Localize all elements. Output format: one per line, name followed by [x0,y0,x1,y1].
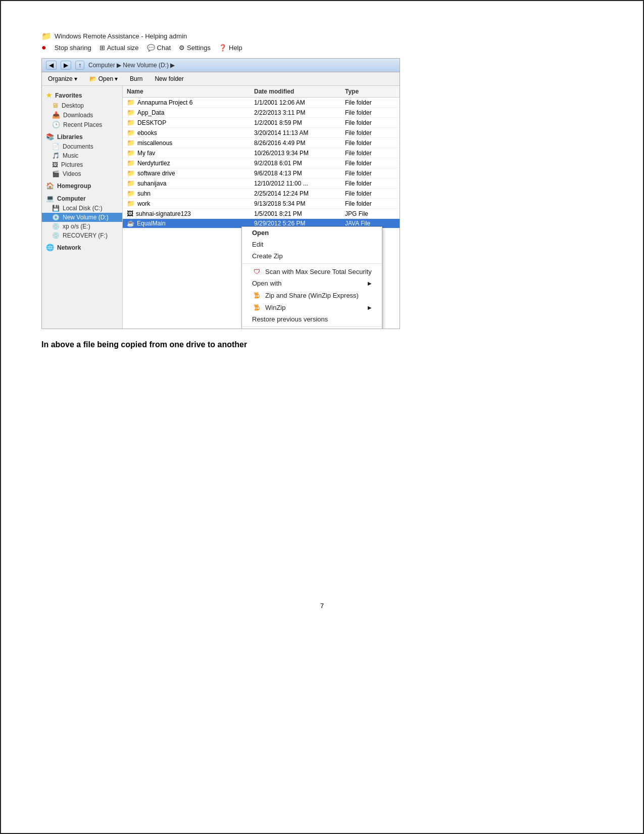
pictures-icon: 🖼 [52,161,58,168]
table-row[interactable]: 📁DESKTOP 1/2/2001 8:59 PM File folder [123,118,400,128]
sidebar-item-pictures[interactable]: 🖼 Pictures [42,160,122,169]
java-file-icon: ☕ [127,220,134,227]
homegroup-icon: 🏠 [46,182,54,190]
recent-places-icon: 🕒 [52,121,60,128]
help-button[interactable]: ❓ Help [219,44,242,52]
context-menu-scan[interactable]: 🛡 Scan with Max Secure Total Security [242,265,382,277]
context-openwith-label: Open with [252,280,282,287]
documents-icon: 📄 [52,143,60,150]
chat-icon: 💬 [147,44,155,52]
sidebar-item-recent-places[interactable]: 🕒 Recent Places [42,120,122,129]
context-menu-separator-1 [242,263,382,264]
desktop-icon: 🖥 [52,102,59,109]
context-menu-open[interactable]: Open [242,227,382,239]
explorer-window: ◀ ▶ ↑ Computer ▶ New Volume (D:) ▶ Organ… [41,58,400,329]
table-row[interactable]: 📁suhn 2/25/2014 12:24 PM File folder [123,189,400,199]
table-row[interactable]: 📁ebooks 3/20/2014 11:13 AM File folder [123,128,400,138]
zip-share-icon: 🗜 [252,291,261,299]
sidebar-item-documents[interactable]: 📄 Documents [42,142,122,151]
up-button[interactable]: ↑ [75,61,84,70]
sidebar-item-desktop[interactable]: 🖥 Desktop [42,101,122,110]
wra-title-bar: 📁 Windows Remote Assistance - Helping ad… [41,31,603,41]
organize-button[interactable]: Organize ▾ [46,74,79,83]
computer-icon: 💻 [46,195,54,202]
sidebar-item-downloads[interactable]: 📥 Downloads [42,110,122,120]
context-menu-winzip[interactable]: 🗜 WinZip ▶ [242,301,382,313]
context-menu-separator-2 [242,327,382,327]
table-row[interactable]: 📁Annapurna Project 6 1/1/2001 12:06 AM F… [123,98,400,108]
context-restore-label: Restore previous versions [252,315,328,323]
forward-button[interactable]: ▶ [61,61,71,70]
caption-text: In above a file being copied from one dr… [41,340,603,349]
actual-size-icon: ⊞ [100,44,105,52]
context-menu-create-zip[interactable]: Create Zip [242,250,382,262]
sidebar-item-videos[interactable]: 🎬 Videos [42,169,122,178]
context-menu-restore[interactable]: Restore previous versions [242,313,382,325]
open-dropdown-icon: ▾ [115,75,118,82]
libraries-label: Libraries [57,133,83,141]
table-row[interactable]: 📁suhanijava 12/10/2012 11:00 ... File fo… [123,178,400,189]
sidebar-group-computer: 💻 Computer 💾 Local Disk (C:) 💿 New Volum… [42,193,122,240]
table-row[interactable]: 📁work 9/13/2018 5:34 PM File folder [123,199,400,209]
chat-button[interactable]: 💬 Chat [147,44,171,52]
folder-icon: 📁 [127,109,135,116]
command-bar: Organize ▾ 📂 Open ▾ Burn New folder [42,72,400,86]
sidebar-item-new-volume-d[interactable]: 💿 New Volume (D:) [42,213,122,222]
sidebar-recent-label: Recent Places [63,121,102,128]
address-path[interactable]: Computer ▶ New Volume (D:) ▶ [88,62,175,69]
table-row[interactable]: 📁Nerdyturtlez 9/2/2018 6:01 PM File fold… [123,158,400,168]
folder-icon: 📁 [127,159,135,167]
sidebar-homegroup-header[interactable]: 🏠 Homegroup [42,180,122,191]
context-menu-edit[interactable]: Edit [242,239,382,250]
table-row[interactable]: 📁miscallenous 8/26/2016 4:49 PM File fol… [123,138,400,148]
wra-folder-icon: 📁 [41,31,52,41]
settings-icon: ⚙ [179,44,185,52]
context-scan-label: Scan with Max Secure Total Security [265,268,372,275]
page-number: 7 [41,602,603,610]
context-create-zip-label: Create Zip [252,252,283,260]
sidebar-group-favorites: ★ Favorites 🖥 Desktop 📥 Downloads 🕒 Rece… [42,90,122,129]
winzip-icon: 🗜 [252,303,261,311]
back-button[interactable]: ◀ [46,61,57,70]
actual-size-button[interactable]: ⊞ Actual size [100,44,139,52]
sidebar-computer-header[interactable]: 💻 Computer [42,193,122,204]
context-open-label: Open [252,229,269,237]
col-header-date: Date modified [254,88,345,95]
homegroup-label: Homegroup [57,182,91,190]
music-icon: 🎵 [52,152,60,159]
open-with-arrow-icon: ▶ [368,281,372,286]
table-row[interactable]: 📁My fav 10/26/2013 9:34 PM File folder [123,148,400,158]
stop-sharing-button[interactable]: Stop sharing [55,44,91,52]
network-label: Network [57,244,81,251]
disk-d-icon: 💿 [52,214,60,221]
wra-title: Windows Remote Assistance - Helping admi… [55,32,187,40]
favorites-icon: ★ [46,91,52,99]
table-row[interactable]: 📁software drive 9/6/2018 4:13 PM File fo… [123,168,400,178]
sidebar-item-recovery-f[interactable]: 💿 RECOVERY (F:) [42,231,122,240]
folder-icon: 📁 [127,190,135,197]
sidebar-network-header[interactable]: 🌐 Network [42,242,122,253]
sidebar-item-xpos-e[interactable]: 💿 xp o/s (E:) [42,222,122,231]
sidebar-item-local-disk-c[interactable]: 💾 Local Disk (C:) [42,204,122,213]
downloads-icon: 📥 [52,111,60,119]
jpg-icon: 🖼 [127,210,133,217]
new-folder-button[interactable]: New folder [153,74,185,83]
folder-icon: 📁 [127,179,135,187]
sidebar-downloads-label: Downloads [63,112,93,119]
sidebar-libraries-header: 📚 Libraries [42,131,122,142]
sidebar-desktop-label: Desktop [62,102,84,109]
settings-button[interactable]: ⚙ Settings [179,44,211,52]
file-list-area: Name Date modified Type 📁Annapurna Proje… [123,86,400,329]
open-button[interactable]: 📂 Open ▾ [87,74,120,83]
table-row[interactable]: 📁App_Data 2/22/2013 3:11 PM File folder [123,108,400,118]
context-menu: Open Edit Create Zip 🛡 Scan with Max Sec… [241,226,382,329]
folder-icon: 📁 [127,99,135,106]
burn-button[interactable]: Burn [128,74,144,83]
sidebar-item-music[interactable]: 🎵 Music [42,151,122,160]
folder-icon: 📁 [127,139,135,147]
context-menu-zip-share[interactable]: 🗜 Zip and Share (WinZip Express) [242,289,382,301]
folder-icon: 📁 [127,149,135,157]
table-row[interactable]: 🖼suhnai-signature123 1/5/2001 8:21 PM JP… [123,209,400,219]
context-menu-open-with[interactable]: Open with ▶ [242,277,382,289]
sidebar: ★ Favorites 🖥 Desktop 📥 Downloads 🕒 Rece… [42,86,123,329]
